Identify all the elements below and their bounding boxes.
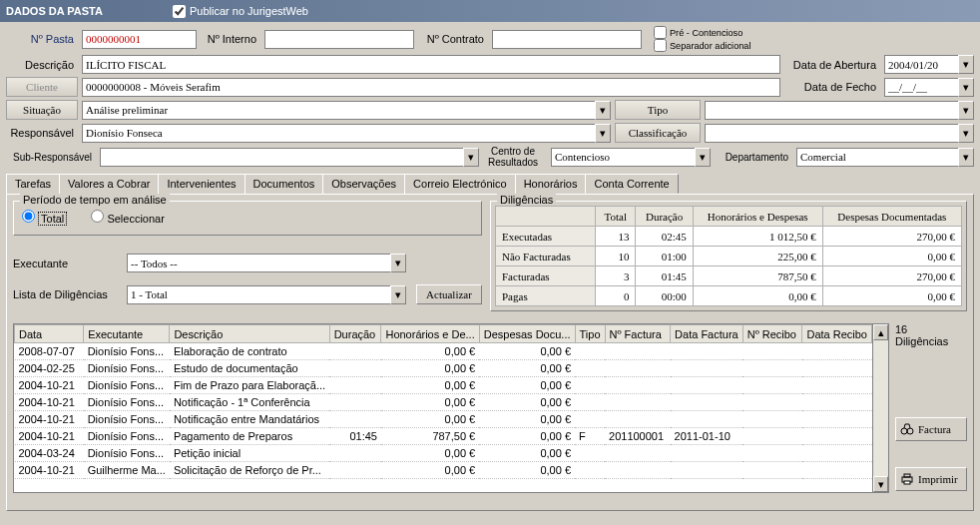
chevron-down-icon[interactable]: ▾	[958, 55, 974, 74]
diligencias-grid[interactable]: Data Executante Descrição Duração Honorá…	[13, 323, 873, 493]
periodo-group: Período de tempo em análise Total Selecc…	[13, 201, 482, 236]
interno-input[interactable]	[264, 30, 414, 49]
radio-total[interactable]: Total	[22, 210, 67, 225]
tab-documentos[interactable]: Documentos	[245, 174, 324, 194]
publish-label: Publicar no JurigestWeb	[190, 5, 308, 17]
chevron-down-icon[interactable]: ▾	[390, 285, 406, 304]
abertura-combo[interactable]: ▾	[884, 55, 974, 74]
pasta-input[interactable]	[82, 30, 197, 49]
subresp-label: Sub-Responsável	[6, 152, 96, 163]
table-row[interactable]: 2004-10-21Guilherme Ma...Solicitação de …	[15, 462, 872, 479]
chevron-down-icon[interactable]: ▾	[958, 78, 974, 97]
centro-combo[interactable]: ▾	[551, 148, 711, 167]
chevron-down-icon[interactable]: ▾	[595, 101, 611, 120]
radio-seleccionar[interactable]: Seleccionar	[91, 210, 165, 225]
departamento-input[interactable]	[796, 148, 958, 167]
factura-button[interactable]: Factura	[895, 417, 967, 441]
tab-strip: Tarefas Valores a Cobrar Intervenientes …	[6, 174, 974, 194]
fecho-input[interactable]	[884, 78, 958, 97]
tab-observacoes[interactable]: Observações	[322, 174, 405, 194]
chevron-down-icon[interactable]: ▾	[695, 148, 711, 167]
lista-input[interactable]	[127, 285, 390, 304]
interno-label: Nº Interno	[201, 33, 260, 45]
table-row[interactable]: 2004-10-21Dionísio Fons...Notificação - …	[15, 394, 872, 411]
responsavel-input[interactable]	[82, 124, 595, 143]
table-row[interactable]: 2004-10-21Dionísio Fons...Pagamento de P…	[15, 428, 872, 445]
grid-scrollbar[interactable]: ▴ ▾	[873, 323, 889, 493]
executante-combo[interactable]: ▾	[127, 254, 406, 272]
contrato-input[interactable]	[492, 30, 642, 49]
table-row[interactable]: 2004-10-21Dionísio Fons...Notificação en…	[15, 411, 872, 428]
chevron-down-icon[interactable]: ▾	[958, 148, 974, 167]
publish-checkbox-wrap[interactable]: Publicar no JurigestWeb	[173, 5, 308, 18]
scroll-down-icon[interactable]: ▾	[873, 476, 888, 492]
classificacao-input[interactable]	[705, 124, 958, 143]
table-row[interactable]: 2004-03-24Dionísio Fons...Petição inicia…	[15, 445, 872, 462]
chevron-down-icon[interactable]: ▾	[390, 254, 406, 272]
abertura-input[interactable]	[884, 55, 958, 74]
fecho-combo[interactable]: ▾	[884, 78, 974, 97]
executante-label: Executante	[13, 258, 123, 269]
svg-rect-4	[904, 481, 910, 484]
tipo-input[interactable]	[705, 101, 958, 120]
departamento-combo[interactable]: ▾	[796, 148, 974, 167]
pre-contencioso-check[interactable]: Pré - Contencioso	[654, 26, 750, 39]
actualizar-button[interactable]: Actualizar	[416, 284, 482, 304]
svg-rect-3	[904, 474, 910, 477]
table-row[interactable]: 2004-10-21Dionísio Fons...Fim de Prazo p…	[15, 377, 872, 394]
diligencias-title: Diligências	[497, 194, 556, 206]
cliente-button[interactable]: Cliente	[6, 77, 78, 97]
tab-panel-conta: Período de tempo em análise Total Selecc…	[6, 194, 974, 511]
table-row[interactable]: 2008-07-07Dionísio Fons...Elaboração de …	[15, 343, 872, 360]
diligencias-table: Total Duração Honorários e Despesas Desp…	[495, 206, 962, 306]
dil-row-label: Executadas	[496, 227, 596, 247]
dil-row-label: Facturadas	[496, 266, 596, 286]
contrato-label: Nº Contrato	[418, 33, 488, 45]
window-title: DADOS DA PASTA	[6, 5, 103, 17]
tipo-combo[interactable]: ▾	[705, 101, 974, 120]
publish-checkbox[interactable]	[173, 5, 186, 18]
situacao-input[interactable]	[82, 101, 595, 120]
separador-check[interactable]: Separador adicional	[654, 39, 750, 52]
responsavel-combo[interactable]: ▾	[82, 124, 611, 143]
count-label: Diligências	[895, 335, 967, 347]
fecho-label: Data de Fecho	[784, 81, 880, 93]
pasta-label: Nº Pasta	[6, 33, 78, 45]
chevron-down-icon[interactable]: ▾	[463, 148, 479, 167]
table-row[interactable]: 2004-02-25Dionísio Fons...Estudo de docu…	[15, 360, 872, 377]
descricao-input[interactable]	[82, 55, 780, 74]
situacao-button[interactable]: Situação	[6, 100, 78, 120]
printer-icon	[900, 473, 914, 485]
tab-honorarios[interactable]: Honorários	[515, 174, 587, 194]
tab-intervenientes[interactable]: Intervenientes	[158, 174, 245, 194]
count-number: 16	[895, 323, 967, 335]
chevron-down-icon[interactable]: ▾	[958, 101, 974, 120]
chevron-down-icon[interactable]: ▾	[595, 124, 611, 143]
centro-input[interactable]	[551, 148, 695, 167]
tipo-button[interactable]: Tipo	[615, 100, 701, 120]
descricao-label: Descrição	[6, 59, 78, 71]
abertura-label: Data de Abertura	[784, 59, 880, 71]
scroll-up-icon[interactable]: ▴	[873, 324, 888, 340]
executante-input[interactable]	[127, 254, 390, 272]
chevron-down-icon[interactable]: ▾	[958, 124, 974, 143]
subresp-input[interactable]	[100, 148, 463, 167]
centro-label: Centro de Resultados	[483, 146, 547, 168]
tab-correio[interactable]: Correio Electrónico	[404, 174, 516, 194]
diligencias-group: Diligências Total Duração Honorários e D…	[490, 201, 967, 311]
imprimir-button[interactable]: Imprimir	[895, 467, 967, 491]
tab-tarefas[interactable]: Tarefas	[6, 174, 60, 194]
subresp-combo[interactable]: ▾	[100, 148, 479, 167]
departamento-label: Departamento	[715, 152, 792, 163]
situacao-combo[interactable]: ▾	[82, 101, 611, 120]
cliente-input[interactable]	[82, 78, 780, 97]
tab-conta-corrente[interactable]: Conta Corrente	[585, 174, 678, 194]
binoculars-icon	[900, 423, 914, 435]
svg-point-1	[907, 428, 913, 434]
classificacao-button[interactable]: Classificação	[615, 123, 701, 143]
dil-row-label: Não Facturadas	[496, 247, 596, 266]
classificacao-combo[interactable]: ▾	[705, 124, 974, 143]
tab-valores[interactable]: Valores a Cobrar	[59, 174, 159, 194]
lista-combo[interactable]: ▾	[127, 285, 406, 304]
dil-row-label: Pagas	[496, 286, 596, 306]
